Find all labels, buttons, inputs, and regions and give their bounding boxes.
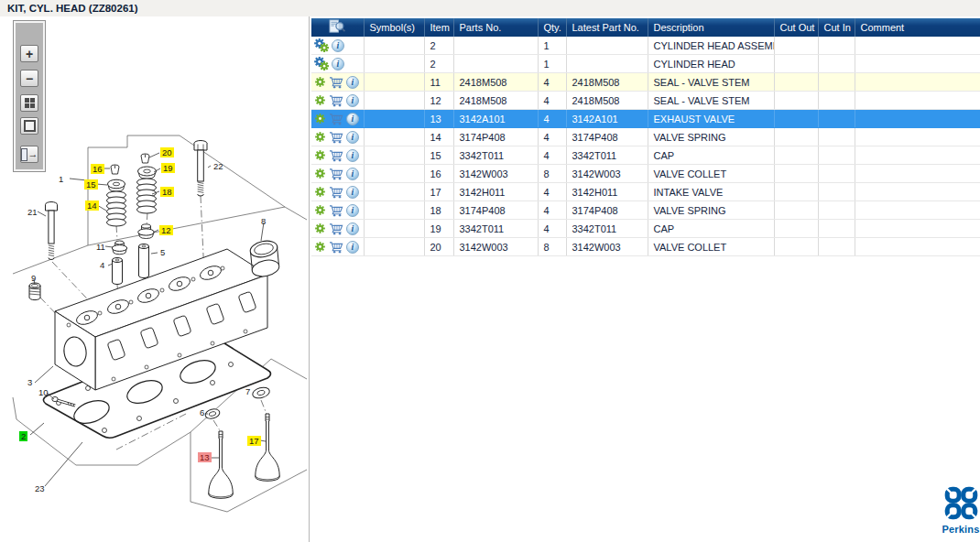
- callout-1[interactable]: 1: [57, 174, 65, 184]
- column-header-symbol-s-[interactable]: Symbol(s): [364, 18, 424, 37]
- info-icon[interactable]: i: [346, 204, 359, 217]
- add-to-cart-icon[interactable]: [329, 113, 343, 125]
- callout-15[interactable]: 15: [84, 179, 98, 190]
- info-icon[interactable]: i: [346, 113, 359, 125]
- add-to-cart-icon[interactable]: [329, 222, 343, 235]
- callout-20[interactable]: 20: [160, 147, 174, 157]
- tile-view-icon: [25, 98, 35, 108]
- table-row-item-15-cap[interactable]: i153342T01143342T011CAP: [311, 146, 980, 165]
- part-gear-icon[interactable]: [314, 149, 326, 161]
- part-gear-icon[interactable]: [314, 76, 326, 88]
- callout-14[interactable]: 14: [85, 201, 99, 211]
- table-row-item-16-valve-collet[interactable]: i163142W00383142W003VALVE COLLET: [311, 165, 980, 183]
- table-row-item-12-seal-valve-stem[interactable]: i122418M50842418M508SEAL - VALVE STEM: [311, 92, 980, 110]
- add-to-cart-icon[interactable]: [329, 241, 343, 254]
- part-gear-icon[interactable]: [314, 222, 326, 234]
- add-to-cart-icon[interactable]: [329, 186, 343, 199]
- column-header-latest-part-no-[interactable]: Latest Part No.: [566, 18, 648, 37]
- callout-2[interactable]: 2: [19, 431, 27, 441]
- callout-6[interactable]: 6: [198, 407, 206, 417]
- table-header-row: Symbol(s)ItemParts No.Qty.Latest Part No…: [311, 18, 980, 37]
- info-icon[interactable]: i: [346, 222, 359, 235]
- detach-panel-icon: →: [21, 148, 38, 161]
- detach-panel-button[interactable]: →: [20, 146, 38, 163]
- add-to-cart-icon[interactable]: [329, 204, 343, 217]
- info-icon[interactable]: i: [332, 39, 344, 52]
- zoom-in-button[interactable]: +: [20, 45, 38, 62]
- table-row-item-2-cylinder-head[interactable]: i21CYLINDER HEAD: [311, 55, 980, 73]
- assembly-gears-icon[interactable]: [314, 57, 329, 70]
- part-gear-icon[interactable]: [314, 113, 326, 125]
- info-icon[interactable]: i: [346, 131, 359, 144]
- fit-view-icon: [24, 120, 36, 132]
- column-header-parts-no-[interactable]: Parts No.: [453, 18, 538, 37]
- callout-16[interactable]: 16: [91, 164, 104, 174]
- part-gear-icon[interactable]: [314, 94, 326, 106]
- part-gear-icon[interactable]: [314, 186, 326, 198]
- part-gear-icon[interactable]: [314, 241, 326, 253]
- info-icon[interactable]: i: [346, 186, 359, 199]
- cell-latest-part-no: 3342T011: [566, 146, 648, 165]
- callout-4[interactable]: 4: [98, 260, 106, 270]
- cell-description: CAP: [648, 220, 774, 238]
- info-icon[interactable]: i: [346, 241, 359, 254]
- table-row-item-13-exhaust-valve[interactable]: i133142A10143142A101EXHAUST VALVE: [311, 110, 980, 128]
- column-header-item[interactable]: Item: [424, 18, 453, 37]
- part-gear-icon[interactable]: [314, 131, 326, 143]
- cell-symbols: [364, 92, 424, 110]
- cell-symbols: [364, 73, 424, 92]
- callout-18[interactable]: 18: [160, 187, 174, 197]
- column-header-qty-[interactable]: Qty.: [538, 18, 566, 37]
- add-to-cart-icon[interactable]: [329, 94, 343, 107]
- column-header-description[interactable]: Description: [648, 18, 774, 37]
- document-zoom-icon[interactable]: [329, 19, 346, 34]
- callout-10[interactable]: 10: [37, 387, 50, 397]
- tile-view-button[interactable]: [20, 94, 38, 112]
- cell-comment: [855, 146, 980, 165]
- assembly-gears-icon[interactable]: [314, 38, 329, 52]
- info-icon[interactable]: i: [346, 168, 359, 180]
- column-header-cut-out[interactable]: Cut Out: [774, 18, 818, 37]
- table-row-item-14-valve-spring[interactable]: i143174P40843174P408VALVE SPRING: [311, 128, 980, 146]
- table-row-item-18-valve-spring[interactable]: i183174P40843174P408VALVE SPRING: [311, 201, 980, 220]
- cell-parts-no: 3342T011: [453, 146, 538, 165]
- callout-12[interactable]: 12: [159, 225, 173, 235]
- fit-view-button[interactable]: [20, 117, 38, 135]
- info-icon[interactable]: i: [346, 94, 359, 107]
- part-gear-icon[interactable]: [314, 168, 326, 179]
- column-header-actions[interactable]: [311, 18, 364, 37]
- add-to-cart-icon[interactable]: [329, 149, 343, 162]
- table-row-item-11-seal-valve-stem[interactable]: i112418M50842418M508SEAL - VALVE STEM: [311, 73, 980, 92]
- cell-comment: [855, 201, 980, 220]
- table-row-item-20-valve-collet[interactable]: i203142W00383142W003VALVE COLLET: [311, 238, 980, 256]
- info-icon[interactable]: i: [346, 76, 359, 89]
- cell-comment: [855, 183, 980, 201]
- table-row-item-2-cylinder-head-assembly[interactable]: i21CYLINDER HEAD ASSEMBLY: [311, 37, 980, 55]
- callout-21[interactable]: 21: [26, 207, 39, 217]
- part-gear-icon[interactable]: [314, 204, 326, 216]
- callout-17[interactable]: 17: [247, 436, 261, 446]
- add-to-cart-icon[interactable]: [329, 168, 343, 180]
- callout-7[interactable]: 7: [244, 386, 252, 396]
- callout-22[interactable]: 22: [212, 161, 225, 171]
- column-header-comment[interactable]: Comment: [855, 18, 980, 37]
- add-to-cart-icon[interactable]: [329, 76, 343, 89]
- callout-8[interactable]: 8: [259, 216, 267, 226]
- table-row-item-17-intake-valve[interactable]: i173142H01143142H011INTAKE VALVE: [311, 183, 980, 201]
- callout-5[interactable]: 5: [158, 247, 167, 257]
- callout-11[interactable]: 11: [94, 242, 107, 252]
- callout-13[interactable]: 13: [198, 452, 212, 462]
- callout-23[interactable]: 23: [33, 483, 47, 493]
- callout-9[interactable]: 9: [29, 273, 38, 283]
- column-header-cut-in[interactable]: Cut In: [818, 18, 855, 37]
- cell-cut-out: [774, 92, 818, 110]
- callout-3[interactable]: 3: [26, 377, 34, 387]
- info-icon[interactable]: i: [346, 149, 359, 162]
- info-icon[interactable]: i: [332, 58, 344, 70]
- table-row-item-19-cap[interactable]: i193342T01143342T011CAP: [311, 220, 980, 238]
- cell-item: 17: [424, 183, 453, 201]
- add-to-cart-icon[interactable]: [329, 131, 343, 144]
- cell-qty: 4: [538, 201, 566, 220]
- callout-19[interactable]: 19: [161, 163, 175, 173]
- zoom-out-button[interactable]: −: [20, 70, 38, 87]
